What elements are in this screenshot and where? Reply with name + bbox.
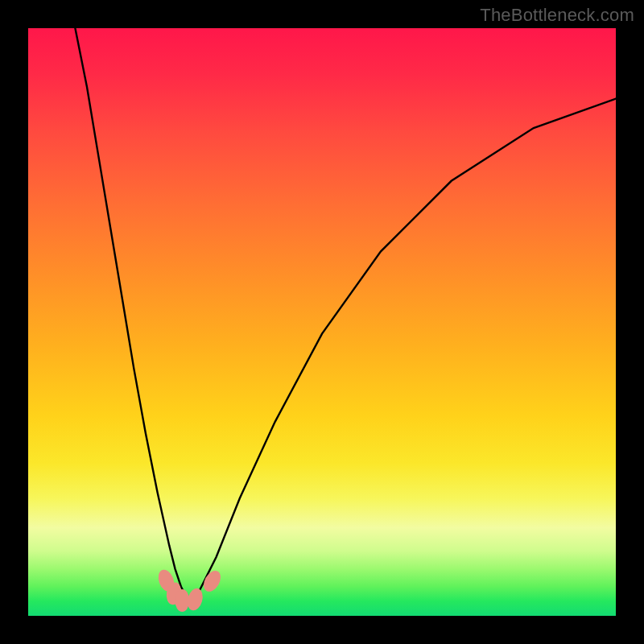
curve-marker	[175, 589, 189, 612]
bottleneck-curve-path	[75, 28, 616, 598]
watermark-text: TheBottleneck.com	[480, 5, 634, 26]
plot-area	[28, 28, 616, 616]
curve-marker	[185, 587, 205, 613]
bottleneck-curve-svg	[28, 28, 616, 616]
chart-frame: TheBottleneck.com	[0, 0, 644, 644]
curve-markers	[155, 568, 224, 612]
